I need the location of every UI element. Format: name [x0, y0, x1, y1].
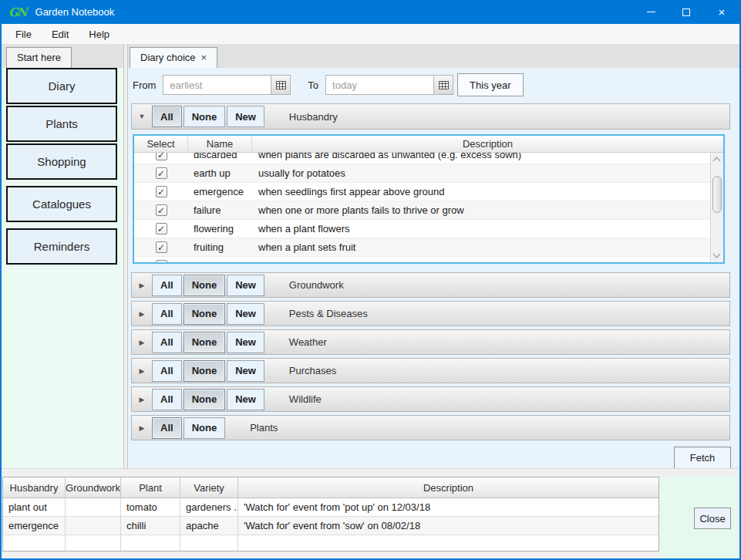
- cell-variety: apache: [180, 517, 238, 535]
- tab-close-icon[interactable]: ×: [201, 52, 207, 62]
- minimize-button[interactable]: [633, 0, 669, 24]
- table-row[interactable]: ✓ emergence when seedlings first appear …: [134, 183, 710, 201]
- sidebar-item-diary[interactable]: Diary: [6, 68, 117, 104]
- cell-variety: gardeners ...: [180, 498, 238, 516]
- table-row[interactable]: emergence chilli apache 'Watch for' even…: [3, 517, 658, 535]
- column-description[interactable]: Description: [238, 477, 658, 498]
- section-label-husbandry: Husbandry: [289, 111, 338, 123]
- tab-diary-choice[interactable]: Diary choice ×: [130, 47, 217, 68]
- column-name[interactable]: Name: [188, 136, 252, 152]
- cell-variety: [180, 535, 238, 551]
- pests-none-button[interactable]: None: [184, 303, 226, 325]
- close-window-button[interactable]: ×: [704, 0, 739, 24]
- cell-plant: [121, 535, 180, 551]
- husbandry-none-button[interactable]: None: [184, 106, 226, 127]
- groundwork-new-button[interactable]: New: [227, 275, 264, 296]
- table-row[interactable]: plant out tomato gardeners ... 'Watch fo…: [3, 498, 658, 517]
- menu-edit[interactable]: Edit: [42, 25, 79, 43]
- husbandry-event-table: Select Name Description ✓ discarded when…: [133, 134, 725, 264]
- sidebar: Start here Diary Plants Shopping Catalog…: [2, 45, 123, 468]
- sidebar-item-shopping[interactable]: Shopping: [6, 143, 117, 180]
- minimize-icon: [647, 12, 655, 12]
- section-label-wildlife: Wildlife: [289, 393, 322, 405]
- table-row[interactable]: [3, 535, 658, 551]
- section-plants: ▶ All None Plants: [131, 415, 730, 440]
- scrollbar-thumb[interactable]: [712, 176, 722, 213]
- event-description: when seedlings first appear above ground: [252, 186, 710, 197]
- scroll-down-icon[interactable]: [714, 252, 720, 258]
- from-date-input[interactable]: [163, 75, 271, 95]
- column-variety[interactable]: Variety: [180, 477, 238, 498]
- purchases-all-button[interactable]: All: [152, 360, 182, 382]
- event-name: flowering: [188, 223, 252, 234]
- sidebar-item-reminders[interactable]: Reminders: [6, 228, 117, 265]
- groundwork-all-button[interactable]: All: [152, 275, 182, 296]
- column-plant[interactable]: Plant: [121, 477, 180, 498]
- collapsed-arrow-icon[interactable]: ▶: [132, 367, 152, 375]
- collapsed-arrow-icon[interactable]: ▶: [132, 282, 152, 289]
- table-row[interactable]: ✓ discarded when plants are discarded as…: [134, 153, 710, 164]
- groundwork-none-button[interactable]: None: [184, 275, 226, 296]
- collapsed-arrow-icon[interactable]: ▶: [132, 310, 152, 318]
- husbandry-all-button[interactable]: All: [152, 106, 182, 127]
- expanded-arrow-icon[interactable]: ▼: [132, 113, 152, 120]
- purchases-none-button[interactable]: None: [184, 360, 226, 382]
- column-description[interactable]: Description: [252, 136, 723, 152]
- tab-diary-choice-label: Diary choice: [140, 52, 196, 63]
- close-zone: Close: [659, 477, 739, 558]
- row-checkbox[interactable]: ✓: [156, 204, 167, 216]
- row-checkbox[interactable]: ✓: [156, 153, 167, 160]
- row-checkbox[interactable]: ✓: [156, 241, 167, 253]
- app-window: GN Garden Notebook × File Edit Help Star…: [0, 0, 741, 560]
- row-checkbox[interactable]: ✓: [156, 223, 167, 234]
- vertical-scrollbar[interactable]: [710, 153, 723, 262]
- sidebar-item-catalogues[interactable]: Catalogues: [6, 186, 117, 222]
- event-description: when a plant flowers: [252, 223, 710, 234]
- this-year-button[interactable]: This year: [457, 73, 523, 96]
- menu-file[interactable]: File: [5, 25, 42, 43]
- weather-none-button[interactable]: None: [184, 332, 226, 353]
- weather-new-button[interactable]: New: [227, 332, 264, 353]
- table-row[interactable]: ✓: [134, 257, 710, 262]
- menu-help[interactable]: Help: [79, 25, 120, 43]
- pests-new-button[interactable]: New: [227, 303, 264, 325]
- cell-plant: tomato: [121, 498, 180, 516]
- column-select[interactable]: Select: [134, 136, 188, 152]
- scroll-up-icon[interactable]: [714, 157, 720, 163]
- purchases-new-button[interactable]: New: [227, 360, 264, 382]
- row-checkbox[interactable]: ✓: [156, 186, 167, 197]
- plants-all-button[interactable]: All: [152, 417, 182, 439]
- table-row[interactable]: ✓ flowering when a plant flowers: [134, 220, 710, 238]
- collapsed-arrow-icon[interactable]: ▶: [132, 339, 152, 346]
- wildlife-none-button[interactable]: None: [184, 389, 226, 410]
- husbandry-new-button[interactable]: New: [227, 106, 264, 127]
- section-husbandry: ▼ All None New Husbandry: [131, 103, 730, 130]
- to-calendar-button[interactable]: [433, 75, 453, 95]
- table-row[interactable]: ✓ fruiting when a plant sets fruit: [134, 238, 710, 257]
- row-checkbox[interactable]: ✓: [156, 260, 167, 262]
- to-date-input[interactable]: [325, 75, 433, 95]
- from-calendar-button[interactable]: [271, 75, 291, 95]
- close-button[interactable]: Close: [694, 508, 731, 529]
- wildlife-all-button[interactable]: All: [152, 389, 182, 410]
- collapsed-arrow-icon[interactable]: ▶: [132, 424, 152, 432]
- table-row[interactable]: ✓ failure when one or more plants fails …: [134, 201, 710, 220]
- pests-all-button[interactable]: All: [152, 303, 182, 325]
- sidebar-item-plants[interactable]: Plants: [6, 106, 117, 142]
- plants-none-button[interactable]: None: [184, 417, 226, 439]
- section-purchases: ▶ All None New Purchases: [131, 358, 730, 383]
- sidebar-tabstrip: Start here: [2, 45, 123, 68]
- results-panel: Husbandry Groundwork Plant Variety Descr…: [2, 477, 739, 558]
- maximize-button[interactable]: [669, 0, 704, 24]
- collapsed-arrow-icon[interactable]: ▶: [132, 396, 152, 403]
- tab-start-here[interactable]: Start here: [6, 47, 72, 68]
- cell-groundwork: [66, 498, 121, 516]
- fetch-button[interactable]: Fetch: [674, 447, 731, 468]
- column-groundwork[interactable]: Groundwork: [66, 477, 121, 498]
- row-checkbox[interactable]: ✓: [156, 167, 167, 179]
- column-husbandry[interactable]: Husbandry: [3, 477, 66, 498]
- table-row[interactable]: ✓ earth up usually for potatoes: [134, 164, 710, 183]
- cell-description: 'Watch for' event from 'sow' on 08/02/18: [238, 517, 658, 535]
- wildlife-new-button[interactable]: New: [227, 389, 264, 410]
- weather-all-button[interactable]: All: [152, 332, 182, 353]
